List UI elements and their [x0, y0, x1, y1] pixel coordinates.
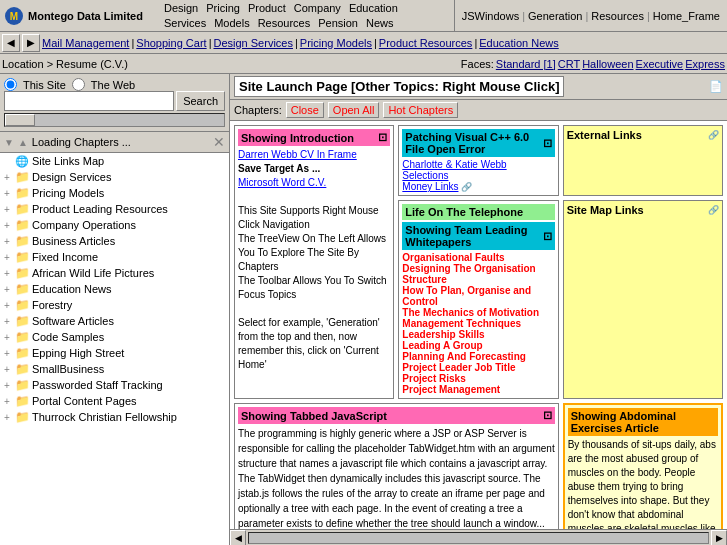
search-input[interactable]	[4, 91, 174, 111]
orgfaults-link[interactable]: Organisational Faults	[402, 252, 504, 263]
tree-item-productresources[interactable]: + 📁 Product Leading Resources	[0, 201, 229, 217]
scrollbar-thumb[interactable]	[5, 114, 35, 126]
scroll-track[interactable]	[248, 532, 709, 544]
tree-item-fixedincome[interactable]: + 📁 Fixed Income	[0, 249, 229, 265]
third-bar: Location > Resume (C.V.) Faces: Standard…	[0, 54, 727, 74]
menu-models[interactable]: Models	[210, 17, 253, 29]
openall-btn[interactable]: Open All	[328, 102, 380, 118]
menu-resources[interactable]: Resources	[254, 17, 315, 29]
msword-link[interactable]: Microsoft Word C.V.	[238, 177, 326, 188]
projrisks-link[interactable]: Project Risks	[402, 373, 465, 384]
projleader-link[interactable]: Project Leader Job Title	[402, 362, 515, 373]
jswindows-link[interactable]: JSWindows	[459, 10, 522, 22]
productresources-link[interactable]: Product Resources	[379, 37, 473, 49]
educationnews-link[interactable]: Education News	[479, 37, 559, 49]
teamleading-links: Organisational Faults Designing The Orga…	[402, 252, 554, 395]
teamleading-icon[interactable]: ⊡	[543, 230, 552, 243]
menu-pension[interactable]: Pension	[314, 17, 362, 29]
tree-item-softwarearticles[interactable]: + 📁 Software Articles	[0, 313, 229, 329]
designing-link[interactable]: Designing The Organisation Structure	[402, 263, 535, 285]
money-icon[interactable]: 🔗	[461, 182, 472, 192]
extlinks-icon[interactable]: 🔗	[708, 130, 719, 140]
face-standard[interactable]: Standard [1]	[496, 58, 556, 70]
shoppingcart-link[interactable]: Shopping Cart	[136, 37, 206, 49]
tree-item-thurrock[interactable]: + 📁 Thurrock Christian Fellowship	[0, 409, 229, 425]
charlotte-link[interactable]: Charlotte & Katie Webb Selections	[402, 159, 506, 181]
mailmgmt-link[interactable]: Mail Management	[42, 37, 129, 49]
scroll-left-btn[interactable]: ◀	[230, 530, 246, 546]
folder-icon-15: 📁	[14, 394, 30, 408]
generation-link[interactable]: Generation	[525, 10, 585, 22]
forward-button[interactable]: ▶	[22, 34, 40, 52]
menu-news[interactable]: News	[362, 17, 398, 29]
tabbed-js-icon[interactable]: ⊡	[543, 409, 552, 422]
telephone-box: Life On The Telephone Showing Team Leadi…	[398, 200, 558, 399]
mgmt-link[interactable]: Management Techniques	[402, 318, 521, 329]
tree-item-designservices[interactable]: + 📁 Design Services	[0, 169, 229, 185]
chapters-bar-label: Chapters:	[234, 104, 282, 116]
radio-theweb[interactable]	[72, 78, 85, 91]
intro-box: Showing Introduction ⊡ Darren Webb CV In…	[234, 125, 394, 399]
close-btn[interactable]: Close	[286, 102, 324, 118]
pricingmodels-link[interactable]: Pricing Models	[300, 37, 372, 49]
howtoplan-link[interactable]: How To Plan, Organise and Control	[402, 285, 531, 307]
leading-link[interactable]: Leading A Group	[402, 340, 482, 351]
face-executive[interactable]: Executive	[636, 58, 684, 70]
folder-icon-2: 📁	[14, 186, 30, 200]
tree-item-businessarticles[interactable]: + 📁 Business Articles	[0, 233, 229, 249]
menu-design[interactable]: Design	[160, 2, 202, 14]
menu-company[interactable]: Company	[290, 2, 345, 14]
folder-icon-13: 📁	[14, 362, 30, 376]
hot-btn[interactable]: Hot Chapters	[383, 102, 458, 118]
folder-icon-9: 📁	[14, 298, 30, 312]
tree-item-educationnews[interactable]: + 📁 Education News	[0, 281, 229, 297]
folder-icon-10: 📁	[14, 314, 30, 328]
face-express[interactable]: Express	[685, 58, 725, 70]
tree-item-passworded[interactable]: + 📁 Passworded Staff Tracking	[0, 377, 229, 393]
dw-cv-link[interactable]: Darren Webb CV In Frame	[238, 149, 357, 160]
scroll-right-btn[interactable]: ▶	[711, 530, 727, 546]
search-button[interactable]: Search	[176, 91, 225, 111]
face-halloween[interactable]: Halloween	[582, 58, 633, 70]
tree-item-companyops[interactable]: + 📁 Company Operations	[0, 217, 229, 233]
intro-expand-icon[interactable]: ⊡	[378, 131, 387, 144]
resources-link[interactable]: Resources	[588, 10, 647, 22]
left-panel: This Site The Web Search ▼ ▲ Loading Cha…	[0, 74, 230, 545]
intro-body: Darren Webb CV In Frame Save Target As .…	[238, 148, 390, 372]
close-panel-icon[interactable]: ✕	[213, 134, 225, 150]
back-button[interactable]: ◀	[2, 34, 20, 52]
tree-item-portalcontent[interactable]: + 📁 Portal Content Pages	[0, 393, 229, 409]
patching-box: Patching Visual C++ 6.0 File Open Error …	[398, 125, 558, 196]
patching-body: Charlotte & Katie Webb Selections Money …	[402, 159, 554, 192]
patching-header: Patching Visual C++ 6.0 File Open Error …	[402, 129, 554, 157]
tree-item-sitelinks[interactable]: 🌐 Site Links Map	[0, 153, 229, 169]
menu-product[interactable]: Product	[244, 2, 290, 14]
radio-thissite[interactable]	[4, 78, 17, 91]
menu-services[interactable]: Services	[160, 17, 210, 29]
planning-link[interactable]: Planning And Forecasting	[402, 351, 526, 362]
homeframe-link[interactable]: Home_Frame	[650, 10, 723, 22]
sitemap-icon[interactable]: 🔗	[708, 205, 719, 215]
page-icon[interactable]: 📄	[709, 80, 723, 93]
patching-expand-icon[interactable]: ⊡	[543, 137, 552, 150]
folder-icon-3: 📁	[14, 202, 30, 216]
tree-item-eppinghs[interactable]: + 📁 Epping High Street	[0, 345, 229, 361]
scrollbar-track	[4, 113, 225, 127]
money-link[interactable]: Money Links	[402, 181, 458, 192]
tree-item-codesamples[interactable]: + 📁 Code Samples	[0, 329, 229, 345]
face-crt[interactable]: CRT	[558, 58, 580, 70]
designservices-link[interactable]: Design Services	[213, 37, 292, 49]
tree-item-pricingmodels[interactable]: + 📁 Pricing Models	[0, 185, 229, 201]
mechanics-link[interactable]: The Mechanics of Motivation	[402, 307, 539, 318]
tree-item-forestry[interactable]: + 📁 Forestry	[0, 297, 229, 313]
tree-item-wildlife[interactable]: + 📁 African Wild Life Pictures	[0, 265, 229, 281]
tree-item-smallbusiness[interactable]: + 📁 SmallBusiness	[0, 361, 229, 377]
faces-label: Faces:	[461, 58, 494, 70]
right-panel: Site Launch Page [Other Topics: Right Mo…	[230, 74, 727, 545]
menu-pricing[interactable]: Pricing	[202, 2, 244, 14]
projmgmt-link[interactable]: Project Management	[402, 384, 500, 395]
leadership-link[interactable]: Leadership Skills	[402, 329, 484, 340]
tabbed-js-box: Showing Tabbed JavaScript ⊡ The programm…	[234, 403, 559, 529]
logo-text: Montego Data Limited	[28, 10, 143, 22]
menu-education[interactable]: Education	[345, 2, 402, 14]
